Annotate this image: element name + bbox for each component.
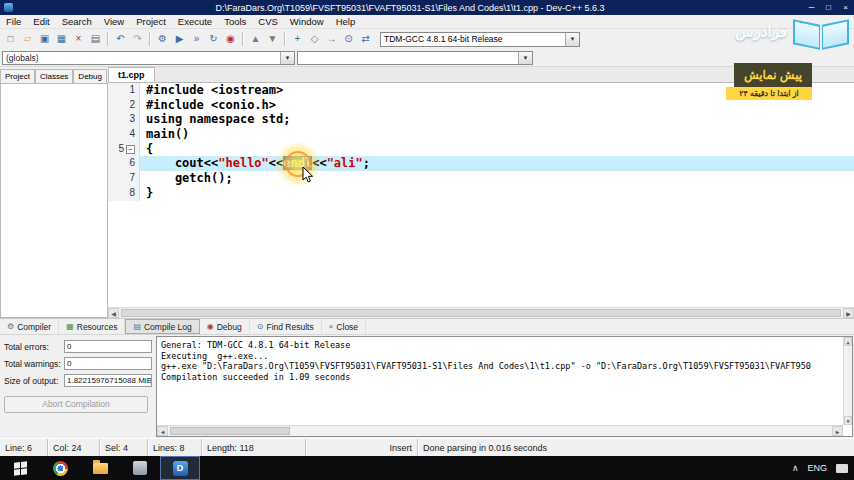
keyboard-tray-icon[interactable] (836, 464, 848, 473)
code-segment: "hello" (218, 156, 269, 170)
report-tab-label: Find Results (266, 322, 313, 332)
menu-cvs[interactable]: CVS (252, 15, 284, 28)
toolbar-separator (242, 32, 244, 46)
code-line-3[interactable]: 3using namespace std; (108, 112, 854, 127)
insert-button[interactable]: + (289, 31, 306, 47)
log-line: Compilation succeeded in 1.09 seconds (161, 372, 839, 383)
save-button[interactable]: ▣ (36, 31, 53, 47)
log-line: g++.exe "D:\FaraDars.Org\T1059\FVSFT9503… (161, 361, 839, 372)
taskbar-app-button[interactable] (120, 456, 160, 480)
log-vertical-scrollbar[interactable]: ▲ ▼ (843, 337, 852, 425)
menu-tools[interactable]: Tools (218, 15, 252, 28)
scrollbar-thumb[interactable] (170, 427, 290, 435)
open-folder-button[interactable]: ▱ (19, 31, 36, 47)
chevron-down-icon[interactable]: ▼ (280, 52, 294, 64)
globals-select[interactable]: (globals) ▼ (2, 51, 295, 65)
code-text: } (140, 186, 153, 201)
compile-button[interactable]: ⚙ (154, 31, 171, 47)
print-button[interactable]: ▤ (87, 31, 104, 47)
fold-marker-icon[interactable]: − (126, 145, 135, 154)
project-browser-body[interactable] (0, 83, 108, 318)
menu-file[interactable]: File (0, 15, 27, 28)
selected-text: endl (283, 156, 312, 170)
close-file-button[interactable]: × (70, 31, 87, 47)
report-tab-find-results[interactable]: ⊙Find Results (250, 319, 322, 334)
report-tab-compile-log[interactable]: ▤Compile Log (125, 319, 199, 334)
menu-project[interactable]: Project (130, 15, 172, 28)
scroll-left-icon[interactable]: ◀ (157, 426, 168, 436)
code-line-8[interactable]: 8} (108, 186, 854, 201)
code-text: #include <iostream> (140, 83, 283, 98)
code-line-4[interactable]: 4main() (108, 127, 854, 142)
compiler-profile-select[interactable]: TDM-GCC 4.8.1 64-bit Release ▼ (380, 32, 580, 47)
report-tab-debug[interactable]: ◉Debug (200, 319, 250, 334)
browser-tab-project[interactable]: Project (0, 69, 35, 83)
code-line-7[interactable]: 7 getch(); (108, 171, 854, 186)
chrome-icon (53, 461, 68, 476)
scroll-up-icon[interactable]: ▲ (844, 337, 852, 346)
menu-edit[interactable]: Edit (27, 15, 55, 28)
menu-help[interactable]: Help (330, 15, 362, 28)
report-tab-label: Debug (217, 322, 242, 332)
scroll-right-icon[interactable]: ▶ (843, 308, 854, 318)
compile-run-button[interactable]: » (188, 31, 205, 47)
find-button[interactable]: ⊙ (340, 31, 357, 47)
line-number: 2 (108, 98, 140, 113)
code-line-6[interactable]: 6 cout<<"hello"<<endl<<"ali"; (108, 156, 854, 171)
find-icon: ⊙ (344, 31, 352, 47)
toolbar: □▱▣▦×▤↶↷⚙▶»↻◉▲▼+◇→⊙⇄ TDM-GCC 4.8.1 64-bi… (0, 29, 854, 49)
debug-button[interactable]: ◉ (222, 31, 239, 47)
taskbar-explorer-button[interactable] (80, 456, 120, 480)
browser-tab-classes[interactable]: Classes (35, 69, 73, 83)
scroll-left-icon[interactable]: ◀ (108, 308, 119, 318)
code-editor[interactable]: 1#include <iostream>2#include <conio.h>3… (108, 83, 854, 307)
undo-button[interactable]: ↶ (112, 31, 129, 47)
code-segment: #include <iostream> (146, 83, 283, 97)
chevron-down-icon[interactable]: ▼ (518, 52, 532, 64)
abort-compilation-button[interactable]: Abort Compilation (4, 396, 148, 413)
tray-expand-icon[interactable]: ∧ (792, 463, 799, 473)
toggle-bookmark-button[interactable]: ◇ (306, 31, 323, 47)
menu-search[interactable]: Search (56, 15, 98, 28)
menu-execute[interactable]: Execute (172, 15, 218, 28)
redo-button[interactable]: ↷ (129, 31, 146, 47)
editor-tab-t1cpp[interactable]: t1.cpp (108, 67, 155, 82)
status-segment: Done parsing in 0.016 seconds (418, 439, 854, 456)
browser-tab-debug[interactable]: Debug (73, 69, 107, 83)
report-tab-close[interactable]: ×Close (322, 319, 366, 334)
menu-window[interactable]: Window (284, 15, 330, 28)
compile-log-output[interactable]: General: TDM-GCC 4.8.1 64-bit ReleaseExe… (156, 336, 853, 437)
profile-button[interactable]: ▲ (247, 31, 264, 47)
run-button[interactable]: ▶ (171, 31, 188, 47)
rebuild-button[interactable]: ↻ (205, 31, 222, 47)
compile-stats: Total errors:0Total warnings:0Size of ou… (0, 335, 156, 438)
delete-profiling-button[interactable]: ▼ (264, 31, 281, 47)
save-all-button[interactable]: ▦ (53, 31, 70, 47)
taskbar-chrome-button[interactable] (40, 456, 80, 480)
report-tab-compiler[interactable]: ⚙Compiler (0, 319, 59, 334)
scroll-down-icon[interactable]: ▼ (844, 416, 852, 425)
replace-button[interactable]: ⇄ (357, 31, 374, 47)
language-indicator[interactable]: ENG (807, 463, 827, 473)
editor-horizontal-scrollbar[interactable]: ◀ ▶ (108, 307, 854, 318)
taskbar-devcpp-button[interactable]: D (160, 456, 200, 480)
chevron-down-icon[interactable]: ▼ (565, 33, 579, 46)
scroll-right-icon[interactable]: ▶ (832, 426, 843, 436)
new-file-button[interactable]: □ (2, 31, 19, 47)
devcpp-app-icon[interactable] (4, 3, 13, 12)
menu-view[interactable]: View (98, 15, 130, 28)
editor-column: t1.cpp 1#include <iostream>2#include <co… (108, 67, 854, 318)
compile-log-icon: ▤ (133, 322, 141, 331)
log-horizontal-scrollbar[interactable]: ◀ ▶ (157, 425, 843, 436)
app-icon (133, 461, 147, 475)
code-segment: main() (146, 127, 189, 141)
scrollbar-thumb[interactable] (121, 309, 841, 317)
report-tab-resources[interactable]: ▦Resources (59, 319, 125, 334)
system-tray: ∧ ENG (792, 463, 854, 473)
goto-bookmark-button[interactable]: → (323, 31, 340, 47)
windows-logo-icon (14, 461, 27, 475)
start-button[interactable] (0, 456, 40, 480)
members-select[interactable]: ▼ (297, 51, 533, 65)
code-line-5[interactable]: 5−{ (108, 142, 854, 157)
window-title: D:\FaraDars.Org\T1059\FVSFT95031\FVAFT95… (17, 3, 803, 13)
